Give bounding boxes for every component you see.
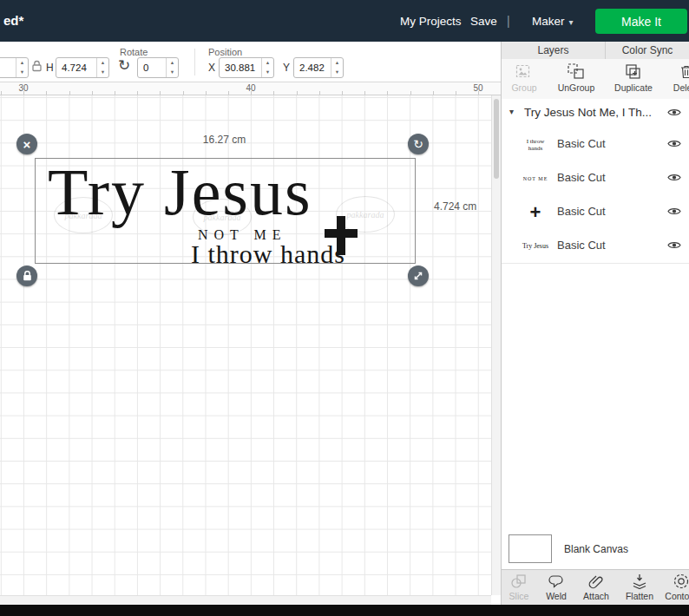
y-label: Y — [283, 62, 290, 74]
chevron-down-icon[interactable]: ▾ — [509, 107, 514, 116]
eye-icon[interactable] — [667, 173, 681, 182]
chevron-down-icon: ▾ — [569, 17, 574, 27]
duplicate-label: Duplicate — [614, 82, 653, 93]
panel-tabs: Layers Color Sync — [502, 42, 689, 60]
my-projects-link[interactable]: My Projects — [400, 15, 462, 28]
edit-toolbar: 27 ▲▼ H 4.724 ▲▼ Rotate ↻ 0 ▲▼ Position … — [0, 42, 501, 82]
horizontal-ruler: 30 40 50 — [0, 82, 501, 95]
rotate-handle-icon[interactable]: ↻ — [408, 134, 429, 154]
height-field[interactable]: 4.724 ▲▼ — [56, 57, 109, 78]
tab-color-sync[interactable]: Color Sync — [605, 42, 689, 59]
eye-icon[interactable] — [667, 240, 681, 250]
machine-selector[interactable]: Maker▾ — [532, 15, 574, 28]
contour-button[interactable]: Contour — [659, 573, 689, 601]
ruler-tick-30: 30 — [18, 83, 28, 93]
rotate-icon[interactable]: ↻ — [118, 58, 130, 73]
layer-type-label: Basic Cut — [557, 171, 606, 184]
width-field[interactable]: 27 ▲▼ — [0, 57, 29, 78]
tab-layers[interactable]: Layers — [502, 42, 605, 59]
contour-icon — [673, 573, 689, 589]
slice-icon — [510, 573, 528, 589]
group-button[interactable]: Group — [500, 63, 548, 93]
layer-type-label: Basic Cut — [557, 205, 606, 218]
selection-height-dimension: 4.724 cm — [434, 200, 476, 213]
layer-group-title: Try Jesus Not Me, I Th... — [524, 106, 652, 119]
layer-row-throw-hands[interactable]: I throw hands Basic Cut — [502, 128, 689, 162]
delete-icon — [678, 63, 689, 80]
y-position-stepper[interactable]: ▲▼ — [331, 58, 343, 77]
attach-icon — [587, 573, 605, 589]
lock-handle-icon[interactable] — [16, 265, 37, 286]
flatten-label: Flatten — [626, 591, 653, 601]
layer-row-not-me[interactable]: NOT ME Basic Cut — [502, 161, 689, 196]
layer-thumbnail: NOT ME — [519, 167, 552, 190]
delete-button[interactable]: Delete — [662, 63, 689, 93]
eye-icon[interactable] — [667, 108, 681, 117]
layer-type-label: Basic Cut — [557, 137, 606, 150]
group-icon — [515, 63, 533, 80]
top-bar: ed* My Projects Save | Maker▾ Make It — [0, 0, 689, 42]
delete-label: Delete — [673, 82, 689, 93]
weld-button[interactable]: Weld — [534, 573, 579, 601]
ungroup-button[interactable]: UnGroup — [552, 63, 600, 93]
layer-row-try-jesus[interactable]: Try Jesus Basic Cut — [502, 229, 689, 264]
toolbar-divider — [194, 49, 195, 75]
machine-selector-label: Maker — [532, 15, 565, 28]
height-label: H — [46, 62, 54, 74]
height-stepper[interactable]: ▲▼ — [96, 58, 108, 77]
resize-handle-icon[interactable] — [408, 265, 429, 286]
horizontal-scrollbar[interactable] — [0, 595, 491, 605]
cricut-design-space-app: ed* My Projects Save | Maker▾ Make It 27… — [0, 0, 689, 616]
layer-group-header[interactable]: ▾ Try Jesus Not Me, I Th... — [502, 99, 689, 128]
layer-actions-toolbar: Group UnGroup Duplicate Delete — [502, 59, 689, 100]
weld-label: Weld — [546, 591, 567, 601]
duplicate-button[interactable]: Duplicate — [609, 63, 658, 93]
layer-type-label: Basic Cut — [557, 239, 606, 252]
height-value[interactable]: 4.724 — [56, 58, 96, 77]
rotate-stepper[interactable]: ▲▼ — [166, 58, 178, 77]
design-canvas[interactable]: pakkarada pakkarada pakkarada 16.27 cm 4… — [0, 95, 491, 595]
x-position-field[interactable]: 30.881 ▲▼ — [219, 57, 274, 78]
slice-label: Slice — [509, 591, 529, 601]
flatten-button[interactable]: Flatten — [617, 573, 662, 601]
vertical-scrollbar[interactable] — [491, 95, 501, 595]
rotate-label: Rotate — [120, 47, 148, 57]
topbar-separator: | — [507, 14, 510, 28]
ruler-tick-50: 50 — [473, 83, 482, 93]
artwork-text-main[interactable]: Try Jesus — [48, 159, 312, 225]
y-position-value[interactable]: 2.482 — [294, 58, 331, 77]
width-value[interactable]: 27 — [0, 58, 16, 77]
width-stepper[interactable]: ▲▼ — [16, 58, 28, 77]
artwork-text-throw-hands[interactable]: I throw hands — [191, 239, 345, 269]
canvas-color-swatch[interactable] — [509, 534, 552, 563]
ungroup-label: UnGroup — [558, 82, 595, 93]
group-label: Group — [511, 82, 536, 93]
x-label: X — [208, 62, 215, 74]
x-position-stepper[interactable]: ▲▼ — [261, 58, 273, 77]
ungroup-icon — [568, 63, 585, 80]
eye-icon[interactable] — [667, 206, 681, 216]
make-it-button[interactable]: Make It — [595, 9, 687, 34]
attach-button[interactable]: Attach — [574, 573, 619, 601]
duplicate-icon — [625, 63, 642, 80]
attach-label: Attach — [583, 591, 609, 601]
flatten-icon — [631, 573, 648, 589]
document-title: ed* — [3, 13, 23, 28]
aspect-lock-icon[interactable] — [31, 60, 43, 72]
position-label: Position — [208, 47, 242, 57]
blank-canvas-row: Blank Canvas — [502, 534, 689, 568]
layer-row-cross[interactable]: + Basic Cut — [502, 195, 689, 230]
weld-icon — [548, 573, 565, 589]
x-position-value[interactable]: 30.881 — [220, 58, 261, 77]
save-link[interactable]: Save — [470, 15, 497, 28]
vertical-scrollbar-thumb[interactable] — [494, 99, 499, 179]
rotate-value[interactable]: 0 — [138, 58, 166, 77]
layer-tools-bar: Slice Weld Attach Flatten — [502, 569, 689, 605]
layer-thumbnail: Try Jesus — [519, 234, 552, 258]
ruler-tick-40: 40 — [246, 83, 255, 93]
y-position-field[interactable]: 2.482 ▲▼ — [293, 57, 344, 78]
bottom-system-bar — [0, 605, 689, 616]
rotate-field[interactable]: 0 ▲▼ — [137, 57, 179, 78]
eye-icon[interactable] — [667, 139, 681, 148]
delete-handle-icon[interactable]: × — [16, 134, 37, 154]
